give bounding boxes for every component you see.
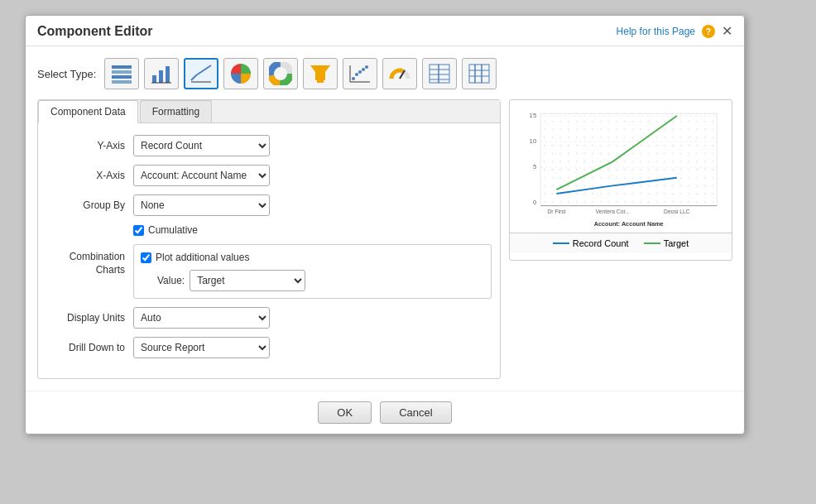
- svg-text:Account: Account Name: Account: Account Name: [594, 220, 664, 228]
- type-button-bar[interactable]: [144, 58, 179, 89]
- drill-down-label: Drill Down to: [46, 342, 133, 353]
- right-panel: 15 10 5 0: [509, 99, 732, 379]
- tab-formatting[interactable]: Formatting: [140, 100, 212, 122]
- type-button-funnel[interactable]: [303, 58, 338, 89]
- tab-component-data[interactable]: Component Data: [38, 100, 138, 123]
- cancel-button[interactable]: Cancel: [380, 401, 451, 424]
- group-by-row: Group By None: [46, 194, 492, 216]
- funnel-chart-icon: [309, 62, 332, 85]
- svg-point-19: [362, 68, 365, 71]
- svg-rect-5: [159, 70, 163, 83]
- svg-rect-4: [152, 75, 156, 83]
- svg-rect-31: [482, 65, 489, 83]
- select-type-label: Select Type:: [37, 68, 96, 80]
- help-icon[interactable]: ?: [702, 25, 715, 38]
- svg-rect-6: [166, 66, 170, 83]
- svg-rect-30: [475, 65, 482, 83]
- bar-chart-icon: [150, 62, 173, 85]
- svg-rect-15: [317, 80, 324, 83]
- svg-rect-25: [439, 65, 449, 83]
- modal-header-right: Help for this Page ? ✕: [617, 25, 732, 38]
- form-area: Y-Axis Record Count X-Axis Account: Acco…: [38, 123, 500, 378]
- ok-button[interactable]: OK: [318, 401, 372, 424]
- y-axis-row: Y-Axis Record Count: [46, 135, 492, 156]
- line-chart-icon: [190, 62, 213, 85]
- type-button-scatter[interactable]: [343, 58, 377, 89]
- svg-text:5: 5: [533, 163, 536, 170]
- group-by-select[interactable]: None: [133, 194, 270, 216]
- drill-down-row: Drill Down to Source Report: [46, 337, 492, 358]
- display-units-label: Display Units: [46, 312, 133, 324]
- table-icon: [110, 62, 133, 85]
- svg-text:Ventera Cor...: Ventera Cor...: [596, 209, 630, 214]
- content-area: Component Data Formatting Y-Axis Record …: [37, 99, 732, 379]
- svg-point-20: [365, 65, 368, 69]
- type-button-gauge[interactable]: [382, 58, 417, 89]
- plot-additional-row: Plot additional values: [141, 252, 484, 263]
- plot-additional-checkbox[interactable]: [141, 252, 151, 263]
- type-button-datatable[interactable]: [422, 58, 457, 89]
- svg-text:10: 10: [530, 137, 537, 145]
- donut-chart-icon: [269, 62, 292, 85]
- combination-charts-content: Plot additional values Value: Target: [133, 244, 492, 299]
- type-button-donut[interactable]: [263, 58, 298, 89]
- legend-item-record-count: Record Count: [553, 238, 629, 248]
- legend-line-record-count: [553, 242, 569, 244]
- value-select[interactable]: Target: [190, 270, 305, 291]
- svg-text:0: 0: [533, 199, 536, 206]
- combination-charts-label: CombinationCharts: [46, 244, 133, 276]
- select-type-row: Select Type:: [37, 58, 732, 89]
- svg-rect-29: [469, 65, 475, 83]
- value-row: Value: Target: [157, 270, 484, 291]
- chart-svg: 15 10 5 0: [516, 107, 725, 233]
- modal-title: Component Editor: [37, 24, 153, 39]
- x-axis-row: X-Axis Account: Account Name: [46, 165, 492, 186]
- gauge-chart-icon: [388, 62, 411, 85]
- svg-text:Deosi LLC: Deosi LLC: [664, 209, 690, 214]
- display-units-row: Display Units Auto: [46, 307, 492, 329]
- chart-preview: 15 10 5 0: [509, 99, 732, 261]
- svg-rect-0: [112, 65, 132, 69]
- legend-line-target: [644, 242, 660, 244]
- plot-additional-label[interactable]: Plot additional values: [156, 252, 249, 263]
- modal-footer: OK Cancel: [26, 391, 744, 434]
- cumulative-checkbox[interactable]: [133, 225, 144, 236]
- close-button[interactable]: ✕: [722, 25, 732, 38]
- svg-text:Dr First: Dr First: [547, 209, 565, 214]
- svg-point-17: [355, 73, 358, 76]
- y-axis-label: Y-Axis: [46, 140, 133, 151]
- modal-body: Select Type:: [26, 46, 744, 391]
- component-editor-modal: Component Editor Help for this Page ? ✕ …: [25, 15, 745, 434]
- x-axis-select[interactable]: Account: Account Name: [133, 165, 270, 186]
- type-button-line[interactable]: [184, 58, 218, 89]
- svg-rect-24: [430, 65, 439, 83]
- svg-point-16: [352, 77, 355, 80]
- modal-header: Component Editor Help for this Page ? ✕: [26, 16, 744, 46]
- combination-charts-section: CombinationCharts Plot additional values…: [46, 244, 492, 307]
- left-panel: Component Data Formatting Y-Axis Record …: [37, 99, 501, 379]
- svg-marker-14: [310, 65, 330, 80]
- cumulative-label[interactable]: Cumulative: [148, 224, 198, 236]
- tabs: Component Data Formatting: [38, 100, 500, 123]
- help-link[interactable]: Help for this Page: [617, 26, 695, 37]
- legend-item-target: Target: [644, 238, 689, 248]
- y-axis-select[interactable]: Record Count: [133, 135, 270, 156]
- svg-text:15: 15: [530, 112, 537, 119]
- matrix-chart-icon: [468, 62, 491, 85]
- modal-overlay: Component Editor Help for this Page ? ✕ …: [0, 0, 816, 504]
- drill-down-select[interactable]: Source Report: [133, 337, 270, 358]
- svg-rect-3: [112, 80, 132, 84]
- type-button-pie[interactable]: [223, 58, 258, 89]
- value-label: Value:: [157, 275, 185, 286]
- chart-legend: Record Count Target: [510, 233, 732, 253]
- chart-inner: 15 10 5 0: [510, 100, 732, 233]
- group-by-label: Group By: [46, 199, 133, 211]
- cumulative-row: Cumulative: [133, 224, 492, 236]
- x-axis-label: X-Axis: [46, 170, 133, 181]
- type-button-table[interactable]: [104, 58, 139, 89]
- type-button-matrix[interactable]: [462, 58, 497, 89]
- display-units-select[interactable]: Auto: [133, 307, 270, 329]
- svg-rect-1: [112, 70, 132, 74]
- pie-chart-icon: [229, 62, 252, 85]
- scatter-chart-icon: [348, 62, 372, 85]
